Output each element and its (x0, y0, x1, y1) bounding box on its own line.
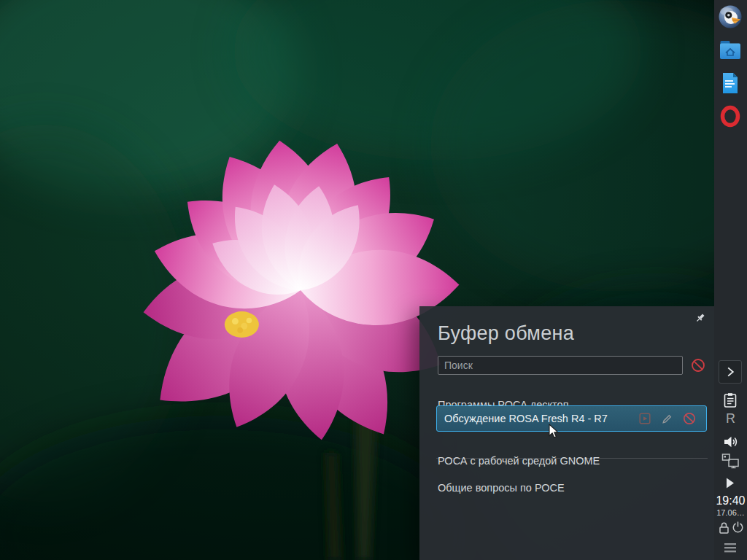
pin-icon (694, 312, 706, 324)
hidden-tray-arrow-icon (726, 478, 735, 489)
clipboard-item[interactable]: Общие вопросы по РОСЕ (419, 476, 714, 499)
lock-icon (719, 521, 729, 534)
taskbar-panel: R 19:40 17.06… (714, 0, 747, 560)
document-icon (721, 72, 740, 94)
document-app-button[interactable] (721, 72, 740, 94)
expand-tray-button[interactable] (719, 360, 742, 384)
file-manager-button[interactable] (719, 40, 741, 60)
power-icon (732, 521, 744, 534)
lock-screen-button[interactable] (719, 521, 729, 534)
volume-tray-button[interactable] (722, 434, 738, 450)
clipboard-item[interactable]: РОСА с рабочей средой GNOME (419, 449, 714, 472)
clipboard-tray-button[interactable] (722, 392, 738, 408)
launcher-bird-icon (718, 4, 743, 29)
network-icon (721, 453, 740, 470)
clipboard-popup: Буфер обмена Программы РОСА десктоп Обсу… (419, 306, 714, 560)
hidden-tray-arrow-button[interactable] (726, 478, 735, 489)
network-tray-button[interactable] (721, 453, 740, 470)
update-notifier-letter: R (726, 411, 735, 426)
opera-browser-button[interactable] (719, 105, 741, 128)
clipboard-tray-icon (722, 392, 738, 408)
panel-settings-button[interactable] (724, 542, 737, 553)
volume-icon (722, 434, 738, 450)
popup-title: Буфер обмена (438, 322, 574, 345)
opera-icon (719, 105, 741, 128)
launcher-bird-button[interactable] (718, 4, 743, 29)
home-folder-icon (719, 40, 741, 60)
search-input[interactable] (438, 356, 683, 375)
invoke-action-icon[interactable] (638, 412, 651, 425)
update-notifier-tray-item[interactable]: R (714, 411, 747, 427)
edit-icon[interactable] (661, 413, 673, 425)
clipboard-item-label: Общие вопросы по РОСЕ (438, 482, 565, 494)
desktop: Буфер обмена Программы РОСА десктоп Обсу… (0, 0, 747, 560)
clipboard-item-label: РОСА с рабочей средой GNOME (438, 455, 600, 467)
list-separator (436, 458, 708, 459)
clear-history-button[interactable] (691, 358, 705, 373)
clear-history-icon (691, 358, 705, 373)
clipboard-item-selected[interactable]: Обсуждение ROSA Fresh R4 - R7 (436, 405, 707, 432)
clock-date[interactable]: 17.06… (714, 508, 747, 517)
clipboard-item-label: Обсуждение ROSA Fresh R4 - R7 (444, 413, 638, 424)
remove-item-icon[interactable] (683, 412, 696, 425)
expand-tray-icon (719, 360, 741, 384)
mouse-cursor (549, 424, 560, 439)
row-actions (638, 412, 696, 425)
clock-time[interactable]: 19:40 (714, 494, 747, 508)
panel-menu-icon (724, 542, 737, 553)
pin-button[interactable] (692, 310, 708, 326)
leave-session-button[interactable] (732, 521, 744, 534)
